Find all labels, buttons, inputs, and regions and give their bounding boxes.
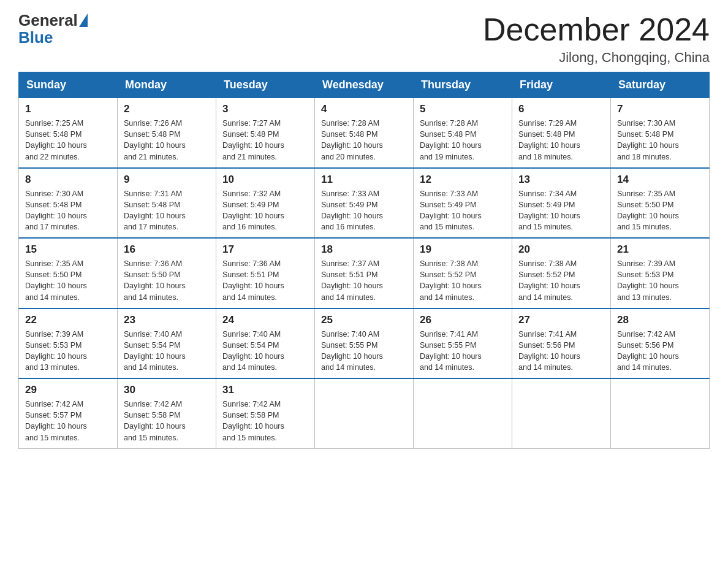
day-info: Sunrise: 7:33 AMSunset: 5:49 PMDaylight:…	[420, 188, 506, 233]
calendar-cell: 6Sunrise: 7:29 AMSunset: 5:48 PMDaylight…	[512, 98, 611, 168]
day-number: 12	[420, 174, 506, 186]
day-number: 6	[518, 103, 604, 115]
day-number: 29	[25, 384, 111, 396]
day-number: 5	[420, 103, 506, 115]
calendar-cell	[611, 378, 710, 448]
header-monday: Monday	[118, 72, 216, 98]
day-info: Sunrise: 7:37 AMSunset: 5:51 PMDaylight:…	[321, 258, 407, 303]
header-saturday: Saturday	[611, 72, 710, 98]
day-info: Sunrise: 7:34 AMSunset: 5:49 PMDaylight:…	[518, 188, 604, 233]
week-row-4: 22Sunrise: 7:39 AMSunset: 5:53 PMDayligh…	[19, 308, 710, 379]
calendar-cell: 8Sunrise: 7:30 AMSunset: 5:48 PMDaylight…	[19, 168, 118, 239]
day-number: 13	[518, 174, 604, 186]
day-info: Sunrise: 7:36 AMSunset: 5:50 PMDaylight:…	[124, 258, 210, 303]
month-title: December 2024	[483, 12, 710, 47]
day-number: 26	[420, 314, 506, 326]
header-tuesday: Tuesday	[216, 72, 315, 98]
day-info: Sunrise: 7:25 AMSunset: 5:48 PMDaylight:…	[25, 118, 111, 163]
day-number: 20	[518, 243, 604, 256]
day-info: Sunrise: 7:40 AMSunset: 5:54 PMDaylight:…	[222, 329, 308, 373]
calendar-cell: 30Sunrise: 7:42 AMSunset: 5:58 PMDayligh…	[118, 378, 216, 448]
calendar-cell: 24Sunrise: 7:40 AMSunset: 5:54 PMDayligh…	[216, 308, 315, 379]
day-info: Sunrise: 7:41 AMSunset: 5:55 PMDaylight:…	[420, 329, 506, 373]
calendar-cell: 21Sunrise: 7:39 AMSunset: 5:53 PMDayligh…	[611, 238, 710, 308]
day-number: 10	[222, 174, 308, 186]
calendar-cell: 18Sunrise: 7:37 AMSunset: 5:51 PMDayligh…	[315, 238, 414, 308]
day-info: Sunrise: 7:42 AMSunset: 5:57 PMDaylight:…	[25, 399, 111, 443]
day-number: 22	[25, 314, 111, 326]
calendar-cell: 28Sunrise: 7:42 AMSunset: 5:56 PMDayligh…	[611, 308, 710, 379]
header-friday: Friday	[512, 72, 611, 98]
day-info: Sunrise: 7:38 AMSunset: 5:52 PMDaylight:…	[518, 258, 604, 303]
day-number: 25	[321, 314, 407, 326]
day-info: Sunrise: 7:28 AMSunset: 5:48 PMDaylight:…	[420, 118, 506, 163]
day-number: 19	[420, 243, 506, 256]
calendar-cell: 11Sunrise: 7:33 AMSunset: 5:49 PMDayligh…	[315, 168, 414, 239]
calendar-table: SundayMondayTuesdayWednesdayThursdayFrid…	[18, 72, 710, 449]
header-wednesday: Wednesday	[315, 72, 414, 98]
day-info: Sunrise: 7:30 AMSunset: 5:48 PMDaylight:…	[617, 118, 703, 163]
day-number: 28	[617, 314, 703, 326]
week-row-3: 15Sunrise: 7:35 AMSunset: 5:50 PMDayligh…	[19, 238, 710, 308]
day-number: 3	[222, 103, 308, 115]
week-row-2: 8Sunrise: 7:30 AMSunset: 5:48 PMDaylight…	[19, 168, 710, 239]
calendar-cell: 17Sunrise: 7:36 AMSunset: 5:51 PMDayligh…	[216, 238, 315, 308]
day-number: 7	[617, 103, 703, 115]
calendar-cell: 25Sunrise: 7:40 AMSunset: 5:55 PMDayligh…	[315, 308, 414, 379]
calendar-cell: 9Sunrise: 7:31 AMSunset: 5:48 PMDaylight…	[118, 168, 216, 239]
day-info: Sunrise: 7:30 AMSunset: 5:48 PMDaylight:…	[25, 188, 111, 233]
logo: General Blue	[18, 12, 89, 47]
day-number: 4	[321, 103, 407, 115]
logo-general-text: General	[18, 12, 78, 28]
day-info: Sunrise: 7:26 AMSunset: 5:48 PMDaylight:…	[124, 118, 210, 163]
day-number: 31	[222, 384, 308, 396]
title-section: December 2024 Jilong, Chongqing, China	[483, 12, 710, 66]
day-number: 30	[124, 384, 210, 396]
day-info: Sunrise: 7:28 AMSunset: 5:48 PMDaylight:…	[321, 118, 407, 163]
day-number: 14	[617, 174, 703, 186]
calendar-cell: 15Sunrise: 7:35 AMSunset: 5:50 PMDayligh…	[19, 238, 118, 308]
day-number: 16	[124, 243, 210, 256]
calendar-cell	[512, 378, 611, 448]
calendar-cell	[315, 378, 414, 448]
calendar-cell: 12Sunrise: 7:33 AMSunset: 5:49 PMDayligh…	[414, 168, 512, 239]
calendar-cell: 29Sunrise: 7:42 AMSunset: 5:57 PMDayligh…	[19, 378, 118, 448]
calendar-cell: 5Sunrise: 7:28 AMSunset: 5:48 PMDaylight…	[414, 98, 512, 168]
header-thursday: Thursday	[414, 72, 512, 98]
day-info: Sunrise: 7:29 AMSunset: 5:48 PMDaylight:…	[518, 118, 604, 163]
logo-blue-text: Blue	[18, 28, 53, 47]
day-info: Sunrise: 7:39 AMSunset: 5:53 PMDaylight:…	[25, 329, 111, 373]
calendar-cell: 3Sunrise: 7:27 AMSunset: 5:48 PMDaylight…	[216, 98, 315, 168]
calendar-cell: 16Sunrise: 7:36 AMSunset: 5:50 PMDayligh…	[118, 238, 216, 308]
calendar-cell: 4Sunrise: 7:28 AMSunset: 5:48 PMDaylight…	[315, 98, 414, 168]
calendar-cell: 27Sunrise: 7:41 AMSunset: 5:56 PMDayligh…	[512, 308, 611, 379]
day-number: 24	[222, 314, 308, 326]
calendar-cell: 19Sunrise: 7:38 AMSunset: 5:52 PMDayligh…	[414, 238, 512, 308]
day-info: Sunrise: 7:32 AMSunset: 5:49 PMDaylight:…	[222, 188, 308, 233]
calendar-cell: 2Sunrise: 7:26 AMSunset: 5:48 PMDaylight…	[118, 98, 216, 168]
day-info: Sunrise: 7:35 AMSunset: 5:50 PMDaylight:…	[617, 188, 703, 233]
day-info: Sunrise: 7:39 AMSunset: 5:53 PMDaylight:…	[617, 258, 703, 303]
week-row-5: 29Sunrise: 7:42 AMSunset: 5:57 PMDayligh…	[19, 378, 710, 448]
calendar-cell: 7Sunrise: 7:30 AMSunset: 5:48 PMDaylight…	[611, 98, 710, 168]
calendar-cell: 14Sunrise: 7:35 AMSunset: 5:50 PMDayligh…	[611, 168, 710, 239]
day-number: 21	[617, 243, 703, 256]
day-number: 8	[25, 174, 111, 186]
calendar-cell: 22Sunrise: 7:39 AMSunset: 5:53 PMDayligh…	[19, 308, 118, 379]
day-info: Sunrise: 7:35 AMSunset: 5:50 PMDaylight:…	[25, 258, 111, 303]
location: Jilong, Chongqing, China	[483, 50, 710, 66]
day-info: Sunrise: 7:42 AMSunset: 5:56 PMDaylight:…	[617, 329, 703, 373]
day-number: 27	[518, 314, 604, 326]
calendar-cell: 1Sunrise: 7:25 AMSunset: 5:48 PMDaylight…	[19, 98, 118, 168]
calendar-cell: 31Sunrise: 7:42 AMSunset: 5:58 PMDayligh…	[216, 378, 315, 448]
day-number: 1	[25, 103, 111, 115]
page-header: General Blue December 2024 Jilong, Chong…	[18, 12, 710, 66]
day-info: Sunrise: 7:38 AMSunset: 5:52 PMDaylight:…	[420, 258, 506, 303]
header-row: SundayMondayTuesdayWednesdayThursdayFrid…	[19, 72, 710, 98]
calendar-cell	[414, 378, 512, 448]
calendar-cell: 10Sunrise: 7:32 AMSunset: 5:49 PMDayligh…	[216, 168, 315, 239]
day-info: Sunrise: 7:27 AMSunset: 5:48 PMDaylight:…	[222, 118, 308, 163]
week-row-1: 1Sunrise: 7:25 AMSunset: 5:48 PMDaylight…	[19, 98, 710, 168]
logo-triangle-icon	[79, 13, 88, 27]
day-info: Sunrise: 7:31 AMSunset: 5:48 PMDaylight:…	[124, 188, 210, 233]
